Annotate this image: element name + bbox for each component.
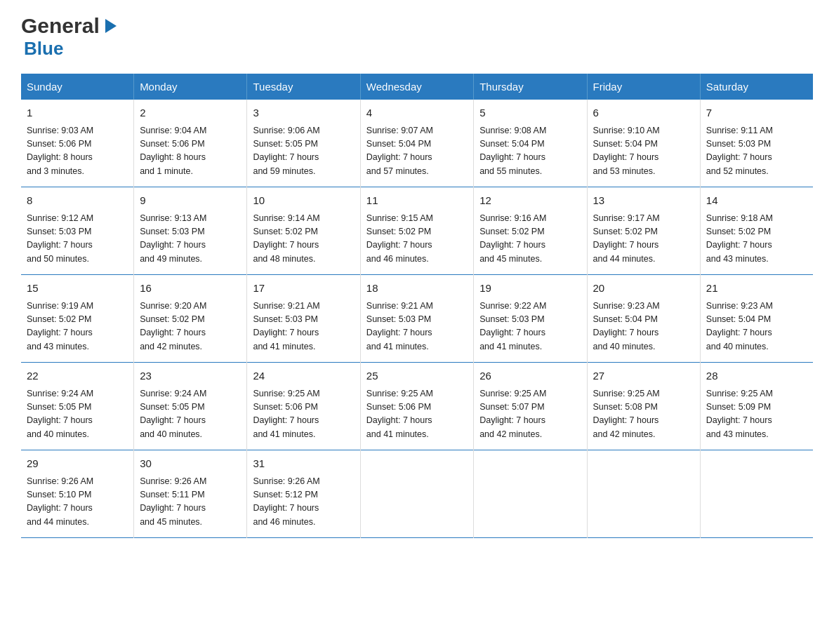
calendar-cell: 2Sunrise: 9:04 AM Sunset: 5:06 PM Daylig… bbox=[134, 100, 247, 187]
day-info: Sunrise: 9:25 AM Sunset: 5:07 PM Dayligh… bbox=[479, 387, 581, 442]
calendar-cell: 19Sunrise: 9:22 AM Sunset: 5:03 PM Dayli… bbox=[474, 275, 587, 363]
logo-arrow-icon bbox=[101, 16, 121, 36]
day-info: Sunrise: 9:20 AM Sunset: 5:02 PM Dayligh… bbox=[140, 300, 241, 354]
page-header: General Blue bbox=[21, 14, 813, 60]
day-info: Sunrise: 9:10 AM Sunset: 5:04 PM Dayligh… bbox=[593, 124, 694, 179]
day-info: Sunrise: 9:25 AM Sunset: 5:08 PM Dayligh… bbox=[593, 387, 694, 442]
day-info: Sunrise: 9:19 AM Sunset: 5:02 PM Dayligh… bbox=[27, 300, 128, 354]
calendar-cell: 24Sunrise: 9:25 AM Sunset: 5:06 PM Dayli… bbox=[247, 363, 360, 450]
calendar-header-friday: Friday bbox=[587, 74, 700, 100]
calendar-cell: 8Sunrise: 9:12 AM Sunset: 5:03 PM Daylig… bbox=[21, 187, 134, 275]
day-number: 14 bbox=[706, 193, 807, 209]
calendar-cell: 31Sunrise: 9:26 AM Sunset: 5:12 PM Dayli… bbox=[247, 450, 360, 538]
calendar-cell: 27Sunrise: 9:25 AM Sunset: 5:08 PM Dayli… bbox=[587, 363, 700, 450]
calendar-cell: 28Sunrise: 9:25 AM Sunset: 5:09 PM Dayli… bbox=[700, 363, 813, 450]
day-info: Sunrise: 9:17 AM Sunset: 5:02 PM Dayligh… bbox=[593, 212, 694, 267]
calendar-cell: 11Sunrise: 9:15 AM Sunset: 5:02 PM Dayli… bbox=[360, 187, 473, 275]
day-info: Sunrise: 9:16 AM Sunset: 5:02 PM Dayligh… bbox=[479, 212, 581, 267]
day-number: 30 bbox=[140, 456, 241, 472]
calendar-cell bbox=[700, 450, 813, 538]
day-number: 11 bbox=[366, 193, 468, 209]
calendar-cell bbox=[474, 450, 587, 538]
day-number: 6 bbox=[593, 105, 694, 121]
day-number: 8 bbox=[27, 193, 128, 209]
calendar-cell: 18Sunrise: 9:21 AM Sunset: 5:03 PM Dayli… bbox=[360, 275, 473, 363]
day-info: Sunrise: 9:12 AM Sunset: 5:03 PM Dayligh… bbox=[27, 212, 128, 267]
calendar-cell: 4Sunrise: 9:07 AM Sunset: 5:04 PM Daylig… bbox=[360, 100, 473, 187]
calendar-week-row: 8Sunrise: 9:12 AM Sunset: 5:03 PM Daylig… bbox=[21, 187, 813, 275]
calendar-cell: 1Sunrise: 9:03 AM Sunset: 5:06 PM Daylig… bbox=[21, 100, 134, 187]
calendar-header-monday: Monday bbox=[134, 74, 247, 100]
day-number: 16 bbox=[140, 281, 241, 297]
calendar-week-row: 29Sunrise: 9:26 AM Sunset: 5:10 PM Dayli… bbox=[21, 450, 813, 538]
calendar-header-sunday: Sunday bbox=[21, 74, 134, 100]
day-info: Sunrise: 9:07 AM Sunset: 5:04 PM Dayligh… bbox=[366, 124, 468, 179]
calendar-cell: 17Sunrise: 9:21 AM Sunset: 5:03 PM Dayli… bbox=[247, 275, 360, 363]
day-number: 3 bbox=[253, 105, 354, 121]
day-info: Sunrise: 9:03 AM Sunset: 5:06 PM Dayligh… bbox=[27, 124, 128, 179]
day-number: 22 bbox=[27, 368, 128, 384]
calendar-cell: 21Sunrise: 9:23 AM Sunset: 5:04 PM Dayli… bbox=[700, 275, 813, 363]
day-number: 24 bbox=[253, 368, 354, 384]
day-info: Sunrise: 9:21 AM Sunset: 5:03 PM Dayligh… bbox=[253, 300, 354, 354]
calendar-week-row: 15Sunrise: 9:19 AM Sunset: 5:02 PM Dayli… bbox=[21, 275, 813, 363]
day-number: 27 bbox=[593, 368, 694, 384]
day-number: 7 bbox=[706, 105, 807, 121]
calendar-cell bbox=[587, 450, 700, 538]
day-number: 12 bbox=[479, 193, 581, 209]
calendar-cell: 13Sunrise: 9:17 AM Sunset: 5:02 PM Dayli… bbox=[587, 187, 700, 275]
day-info: Sunrise: 9:06 AM Sunset: 5:05 PM Dayligh… bbox=[253, 124, 354, 179]
day-number: 5 bbox=[479, 105, 581, 121]
day-number: 4 bbox=[366, 105, 468, 121]
day-info: Sunrise: 9:13 AM Sunset: 5:03 PM Dayligh… bbox=[140, 212, 241, 267]
day-number: 26 bbox=[479, 368, 581, 384]
calendar-cell: 30Sunrise: 9:26 AM Sunset: 5:11 PM Dayli… bbox=[134, 450, 247, 538]
day-number: 20 bbox=[593, 281, 694, 297]
svg-marker-0 bbox=[105, 19, 117, 33]
day-number: 29 bbox=[27, 456, 128, 472]
calendar-week-row: 22Sunrise: 9:24 AM Sunset: 5:05 PM Dayli… bbox=[21, 363, 813, 450]
day-number: 10 bbox=[253, 193, 354, 209]
day-number: 1 bbox=[27, 105, 128, 121]
calendar-header-saturday: Saturday bbox=[700, 74, 813, 100]
calendar-cell: 9Sunrise: 9:13 AM Sunset: 5:03 PM Daylig… bbox=[134, 187, 247, 275]
day-info: Sunrise: 9:25 AM Sunset: 5:09 PM Dayligh… bbox=[706, 387, 807, 442]
day-number: 19 bbox=[479, 281, 581, 297]
day-info: Sunrise: 9:25 AM Sunset: 5:06 PM Dayligh… bbox=[253, 387, 354, 442]
calendar-cell: 7Sunrise: 9:11 AM Sunset: 5:03 PM Daylig… bbox=[700, 100, 813, 187]
day-info: Sunrise: 9:25 AM Sunset: 5:06 PM Dayligh… bbox=[366, 387, 468, 442]
calendar-cell: 22Sunrise: 9:24 AM Sunset: 5:05 PM Dayli… bbox=[21, 363, 134, 450]
calendar-cell: 3Sunrise: 9:06 AM Sunset: 5:05 PM Daylig… bbox=[247, 100, 360, 187]
day-info: Sunrise: 9:15 AM Sunset: 5:02 PM Dayligh… bbox=[366, 212, 468, 267]
calendar-header-wednesday: Wednesday bbox=[360, 74, 473, 100]
calendar-cell: 29Sunrise: 9:26 AM Sunset: 5:10 PM Dayli… bbox=[21, 450, 134, 538]
day-info: Sunrise: 9:26 AM Sunset: 5:12 PM Dayligh… bbox=[253, 475, 354, 530]
day-number: 23 bbox=[140, 368, 241, 384]
calendar-cell: 20Sunrise: 9:23 AM Sunset: 5:04 PM Dayli… bbox=[587, 275, 700, 363]
calendar-header-tuesday: Tuesday bbox=[247, 74, 360, 100]
day-info: Sunrise: 9:08 AM Sunset: 5:04 PM Dayligh… bbox=[479, 124, 581, 179]
calendar-cell: 14Sunrise: 9:18 AM Sunset: 5:02 PM Dayli… bbox=[700, 187, 813, 275]
day-number: 25 bbox=[366, 368, 468, 384]
day-info: Sunrise: 9:26 AM Sunset: 5:10 PM Dayligh… bbox=[27, 475, 128, 530]
day-info: Sunrise: 9:22 AM Sunset: 5:03 PM Dayligh… bbox=[479, 300, 581, 354]
day-info: Sunrise: 9:04 AM Sunset: 5:06 PM Dayligh… bbox=[140, 124, 241, 179]
calendar-cell: 5Sunrise: 9:08 AM Sunset: 5:04 PM Daylig… bbox=[474, 100, 587, 187]
calendar-cell: 12Sunrise: 9:16 AM Sunset: 5:02 PM Dayli… bbox=[474, 187, 587, 275]
logo: General Blue bbox=[21, 14, 121, 60]
day-number: 13 bbox=[593, 193, 694, 209]
calendar-table: SundayMondayTuesdayWednesdayThursdayFrid… bbox=[21, 74, 813, 538]
day-number: 18 bbox=[366, 281, 468, 297]
logo-general: General bbox=[21, 14, 100, 38]
day-number: 21 bbox=[706, 281, 807, 297]
day-info: Sunrise: 9:24 AM Sunset: 5:05 PM Dayligh… bbox=[140, 387, 241, 442]
calendar-header-row: SundayMondayTuesdayWednesdayThursdayFrid… bbox=[21, 74, 813, 100]
day-info: Sunrise: 9:18 AM Sunset: 5:02 PM Dayligh… bbox=[706, 212, 807, 267]
day-number: 15 bbox=[27, 281, 128, 297]
calendar-cell bbox=[360, 450, 473, 538]
day-info: Sunrise: 9:23 AM Sunset: 5:04 PM Dayligh… bbox=[706, 300, 807, 354]
day-number: 17 bbox=[253, 281, 354, 297]
calendar-week-row: 1Sunrise: 9:03 AM Sunset: 5:06 PM Daylig… bbox=[21, 100, 813, 187]
day-info: Sunrise: 9:24 AM Sunset: 5:05 PM Dayligh… bbox=[27, 387, 128, 442]
day-number: 9 bbox=[140, 193, 241, 209]
